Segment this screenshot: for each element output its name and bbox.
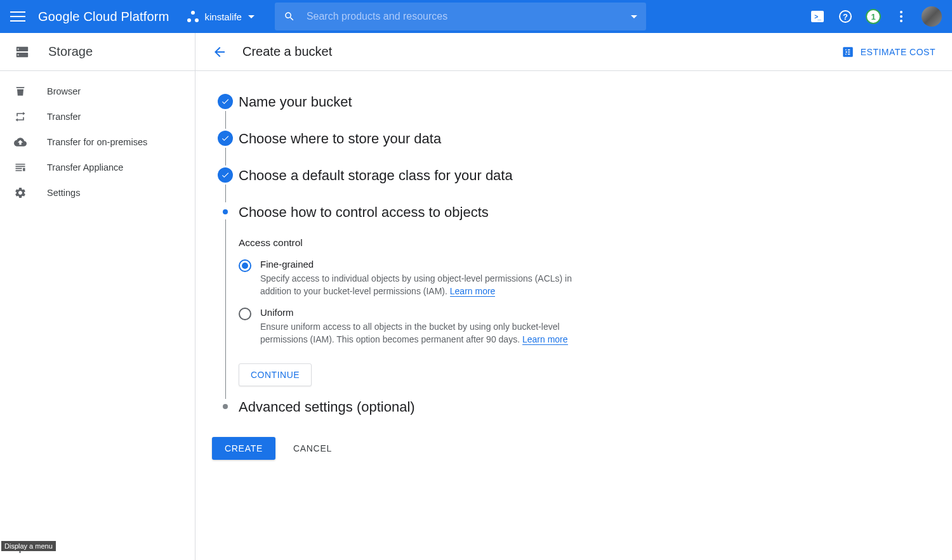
content-header: Create a bucket ESTIMATE COST [195, 33, 952, 71]
sidebar-header: Storage [0, 33, 195, 71]
estimate-cost-label: ESTIMATE COST [861, 47, 935, 57]
chevron-down-icon[interactable] [631, 15, 637, 18]
sidebar-item-transfer[interactable]: Transfer [0, 104, 195, 129]
estimate-icon [842, 46, 854, 58]
sidebar-item-label: Transfer Appliance [47, 162, 123, 173]
create-button[interactable]: CREATE [212, 437, 275, 460]
sidebar-item-label: Settings [47, 188, 80, 198]
page-title: Create a bucket [242, 44, 332, 59]
bucket-icon [14, 85, 27, 98]
step-name-bucket[interactable]: Name your bucket [212, 94, 783, 131]
menu-icon[interactable] [10, 9, 25, 24]
sidebar-item-label: Transfer for on-premises [47, 137, 147, 147]
transfer-icon [14, 110, 27, 123]
sidebar-title: Storage [48, 44, 93, 59]
radio-fine-grained[interactable]: Fine-grained Specify access to individua… [239, 259, 783, 298]
chevron-down-icon [248, 15, 255, 18]
project-icon [187, 11, 199, 22]
content-area: Create a bucket ESTIMATE COST Name your … [195, 33, 952, 560]
radio-uniform[interactable]: Uniform Ensure uniform access to all obj… [239, 307, 783, 346]
sidebar-item-browser[interactable]: Browser [0, 79, 195, 104]
top-bar: Google Cloud Platform kinstalife ? 1 [0, 0, 952, 33]
notification-badge[interactable]: 1 [866, 9, 881, 24]
gear-icon [14, 186, 27, 199]
step-check-icon [218, 94, 233, 109]
sidebar-item-label: Browser [47, 86, 81, 96]
learn-more-link[interactable]: Learn more [522, 334, 568, 345]
sidebar-item-label: Transfer [47, 112, 81, 122]
sidebar-item-transfer-onprem[interactable]: Transfer for on-premises [0, 129, 195, 155]
svg-rect-2 [18, 48, 19, 49]
radio-desc: Ensure uniform access to all objects in … [260, 320, 590, 346]
project-picker[interactable]: kinstalife [187, 11, 255, 22]
appliance-icon [14, 161, 27, 174]
sidebar-item-settings[interactable]: Settings [0, 180, 195, 205]
continue-button[interactable]: CONTINUE [239, 363, 312, 386]
search-bar[interactable] [275, 3, 646, 30]
radio-icon[interactable] [239, 259, 251, 272]
learn-more-link[interactable]: Learn more [450, 286, 496, 297]
back-arrow-icon[interactable] [212, 44, 227, 60]
cloud-shell-icon[interactable] [810, 9, 825, 24]
project-name: kinstalife [205, 11, 242, 22]
radio-desc: Specify access to individual objects by … [260, 272, 590, 298]
estimate-cost-button[interactable]: ESTIMATE COST [842, 46, 935, 58]
search-icon [284, 11, 295, 22]
sidebar-item-transfer-appliance[interactable]: Transfer Appliance [0, 155, 195, 180]
step-access-control: Choose how to control access to objects … [212, 204, 783, 399]
search-input[interactable] [307, 11, 625, 22]
radio-title: Fine-grained [260, 259, 590, 270]
kebab-menu-icon[interactable] [894, 9, 909, 24]
step-pending-dot-icon [223, 404, 228, 409]
step-check-icon [218, 131, 233, 146]
stepper: Name your bucket Choose where to store y… [212, 94, 783, 460]
step-check-icon [218, 167, 233, 183]
step-storage-class[interactable]: Choose a default storage class for your … [212, 167, 783, 204]
sidebar: Storage Browser Transfer Transfer for on… [0, 33, 195, 560]
step-location[interactable]: Choose where to store your data [212, 131, 783, 167]
radio-icon[interactable] [239, 308, 251, 320]
step-advanced-settings[interactable]: Advanced settings (optional) [212, 399, 783, 419]
step-active-dot-icon [223, 209, 228, 214]
radio-title: Uniform [260, 307, 590, 318]
cloud-upload-icon [14, 136, 27, 148]
storage-product-icon [14, 45, 30, 59]
avatar[interactable] [922, 6, 942, 27]
cancel-button[interactable]: CANCEL [293, 443, 332, 453]
access-control-label: Access control [239, 237, 783, 249]
gcp-logo[interactable]: Google Cloud Platform [38, 10, 169, 24]
tooltip: Display a menu [1, 541, 56, 551]
help-icon[interactable]: ? [838, 9, 853, 24]
svg-rect-3 [18, 54, 19, 55]
